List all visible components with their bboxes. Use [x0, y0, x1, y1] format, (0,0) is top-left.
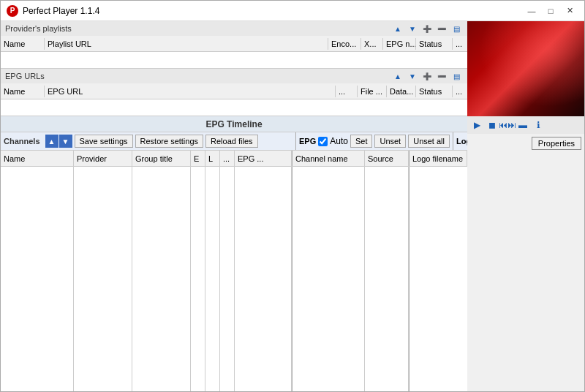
ch-body-group: [132, 167, 191, 391]
ch-hdr-dots: ...: [220, 151, 235, 166]
combined-headers: Name Provider Group title E L ... EPG ..…: [1, 151, 467, 167]
ch-hdr-e: E: [191, 151, 205, 166]
close-button[interactable]: ✕: [561, 4, 578, 18]
channels-section: Channels ▲ ▼ Save settings Restore setti…: [1, 132, 467, 391]
ch-body-name: [1, 167, 74, 391]
pl-col-x: X...: [361, 38, 383, 50]
reload-files-btn[interactable]: Reload files: [205, 135, 257, 148]
epg-urls-header: EPG URLs ▲ ▼ ➕ ➖ ▤: [1, 69, 467, 83]
window-title: Perfect Player 1.1.4: [23, 6, 523, 16]
epg-hdr-source: Source: [365, 151, 409, 166]
playlists-table-header: Name Playlist URL Enco... X... EPG n... …: [1, 36, 467, 52]
epg-col-name: Name: [1, 86, 45, 97]
logos-hdr-filename: Logo filename: [409, 151, 467, 166]
pl-col-name: Name: [1, 38, 45, 50]
titlebar: P Perfect Player 1.1.4 — □ ✕: [1, 1, 584, 21]
epg-col-dots2: ...: [453, 86, 467, 97]
properties-btn[interactable]: Properties: [532, 137, 581, 150]
nav-arrows: ▲ ▼: [45, 135, 72, 148]
maximize-button[interactable]: □: [542, 4, 559, 18]
epg-down-btn[interactable]: ▼: [406, 70, 419, 82]
tv-btn[interactable]: ▬: [516, 118, 529, 132]
app-icon: P: [7, 5, 18, 17]
pl-col-dots: ...: [453, 38, 467, 50]
main-content: Provider's playlists ▲ ▼ ➕ ➖ ▤ Name Play…: [1, 21, 584, 391]
playlists-body: [1, 52, 467, 68]
ch-up-btn[interactable]: ▲: [45, 135, 58, 148]
logos-label: Logos: [456, 137, 467, 146]
ch-body-epg: [235, 167, 292, 391]
epg-remove-btn[interactable]: ➖: [435, 70, 448, 82]
window-controls: — □ ✕: [523, 4, 578, 18]
epg-urls-title: EPG URLs: [5, 72, 45, 80]
epg-unset-btn[interactable]: Unset: [374, 135, 406, 148]
ch-body-dots: [220, 167, 235, 391]
logos-toolbar: Logos Auto Set Unset Unset all: [453, 132, 467, 150]
epg-auto-checkbox[interactable]: [318, 137, 328, 146]
ch-body-e: [191, 167, 205, 391]
channels-label: Channels: [4, 137, 40, 146]
main-window: P Perfect Player 1.1.4 — □ ✕ Provider's …: [0, 0, 585, 392]
epg-col-url: EPG URL: [45, 86, 336, 97]
epg-col-status: Status: [416, 86, 453, 97]
preview-box: [467, 21, 584, 116]
content-area: [1, 167, 467, 391]
epg-col-dots: ...: [336, 86, 358, 97]
epg-body-source: [365, 167, 409, 391]
epg-auto-check: [318, 137, 328, 146]
pl-col-url: Playlist URL: [45, 38, 328, 50]
epg-up-btn[interactable]: ▲: [391, 70, 404, 82]
epg-label: EPG: [299, 137, 316, 146]
pl-col-status: Status: [416, 38, 453, 50]
pl-menu-btn[interactable]: ▤: [450, 23, 463, 34]
epg-col-file: File ...: [358, 86, 387, 97]
prev-next-btn[interactable]: ⏮⏭: [501, 118, 514, 132]
epg-toolbar: EPG Auto Set Unset Unset all: [295, 132, 453, 150]
epg-unset-all-btn[interactable]: Unset all: [408, 135, 450, 148]
pl-remove-btn[interactable]: ➖: [435, 23, 448, 34]
ch-body-l: [205, 167, 220, 391]
pl-add-btn[interactable]: ➕: [420, 23, 434, 34]
epg-body-channel: [292, 167, 365, 391]
epg-timeline-header: EPG Timeline: [1, 116, 467, 132]
ch-hdr-group: Group title: [132, 151, 191, 166]
pl-col-enc: Enco...: [328, 38, 361, 50]
preview-controls: ▶ ◼ ⏮⏭ ▬ ℹ: [467, 116, 584, 134]
playlists-toolbar: ▲ ▼ ➕ ➖ ▤: [391, 23, 463, 34]
save-settings-btn[interactable]: Save settings: [75, 135, 133, 148]
ch-hdr-provider: Provider: [74, 151, 132, 166]
left-panel: Provider's playlists ▲ ▼ ➕ ➖ ▤ Name Play…: [1, 21, 467, 391]
properties-wrap: Properties: [467, 134, 584, 153]
epg-set-btn[interactable]: Set: [350, 135, 373, 148]
minimize-button[interactable]: —: [523, 4, 540, 18]
epg-menu-btn[interactable]: ▤: [450, 70, 463, 82]
playlists-section: Provider's playlists ▲ ▼ ➕ ➖ ▤ Name Play…: [1, 21, 467, 69]
ch-hdr-l: L: [205, 151, 220, 166]
epg-urls-body: [1, 99, 467, 116]
epg-urls-toolbar: ▲ ▼ ➕ ➖ ▤: [391, 70, 463, 82]
epg-hdr-channel: Channel name: [292, 151, 365, 166]
ch-down-btn[interactable]: ▼: [59, 135, 72, 148]
pl-up-btn[interactable]: ▲: [391, 23, 404, 34]
epg-timeline-label: EPG Timeline: [205, 119, 262, 129]
pl-col-epgn: EPG n...: [383, 38, 416, 50]
preview-overlay: [467, 21, 584, 116]
right-panel: ▶ ◼ ⏮⏭ ▬ ℹ Properties: [467, 21, 584, 391]
epg-urls-section: EPG URLs ▲ ▼ ➕ ➖ ▤ Name EPG URL ... File…: [1, 69, 467, 116]
epg-add-btn[interactable]: ➕: [420, 70, 434, 82]
channels-toolbar: Channels ▲ ▼ Save settings Restore setti…: [1, 132, 295, 150]
logos-body: [409, 167, 467, 391]
pl-down-btn[interactable]: ▼: [406, 23, 419, 34]
stop-btn[interactable]: ◼: [486, 118, 499, 132]
info-btn[interactable]: ℹ: [532, 118, 545, 132]
ch-hdr-name: Name: [1, 151, 74, 166]
playlists-section-header: Provider's playlists ▲ ▼ ➕ ➖ ▤: [1, 21, 467, 36]
playlists-title: Provider's playlists: [5, 24, 72, 33]
ch-hdr-epg: EPG ...: [235, 151, 292, 166]
combined-toolbar: Channels ▲ ▼ Save settings Restore setti…: [1, 132, 467, 151]
ch-body-provider: [74, 167, 132, 391]
restore-settings-btn[interactable]: Restore settings: [135, 135, 203, 148]
epg-col-data: Data...: [387, 86, 416, 97]
epg-urls-table-header: Name EPG URL ... File ... Data... Status…: [1, 83, 467, 99]
play-btn[interactable]: ▶: [470, 118, 483, 132]
